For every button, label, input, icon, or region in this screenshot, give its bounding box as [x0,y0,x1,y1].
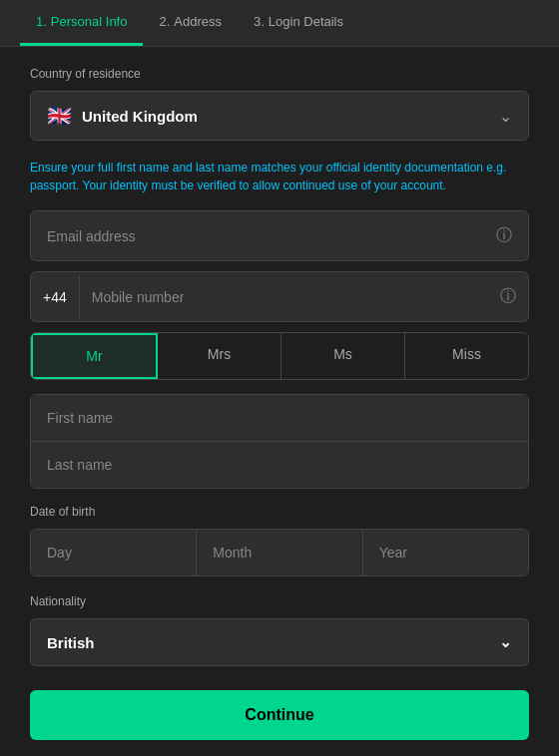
nationality-chevron-icon: ⌄ [499,633,512,651]
nationality-dropdown[interactable]: British ⌄ [30,618,529,666]
dob-year-field [363,530,528,575]
title-miss[interactable]: Miss [405,333,528,379]
dob-label: Date of birth [30,505,529,519]
first-name-input[interactable] [47,410,512,426]
first-name-field [31,395,528,442]
mobile-input[interactable] [80,275,488,319]
dob-day-input[interactable] [47,545,180,561]
country-value: United Kingdom [82,108,198,125]
title-mrs[interactable]: Mrs [158,333,281,379]
country-label: Country of residence [30,67,529,81]
name-group [30,394,529,489]
title-selector: Mr Mrs Ms Miss [30,332,529,380]
nationality-value: British [47,634,95,651]
nationality-label: Nationality [30,594,529,608]
last-name-input[interactable] [47,457,512,473]
tab-address[interactable]: 2.Address [143,0,238,46]
continue-button[interactable]: Continue [30,690,529,740]
dob-day-field [31,530,197,575]
email-info-icon[interactable]: ⓘ [496,225,512,246]
step-tabs: 1.Personal Info 2.Address 3.Login Detail… [0,0,559,47]
phone-field-container: +44 ⓘ [30,271,529,322]
title-ms[interactable]: Ms [281,333,405,379]
dob-month-field [197,530,362,575]
tab-personal-info[interactable]: 1.Personal Info [20,0,143,46]
dob-row [30,529,529,576]
country-dropdown[interactable]: 🇬🇧 United Kingdom ⌄ [30,91,529,141]
uk-flag-icon: 🇬🇧 [47,104,72,128]
main-content: Country of residence 🇬🇧 United Kingdom ⌄… [0,47,559,756]
phone-prefix: +44 [31,275,80,319]
last-name-field [31,442,528,488]
identity-info-text: Ensure your full first name and last nam… [30,159,529,194]
dob-month-input[interactable] [213,545,345,561]
tab-login-details[interactable]: 3.Login Details [238,0,359,46]
email-field-container: ⓘ [30,210,529,261]
email-input[interactable] [47,228,496,244]
title-mr[interactable]: Mr [31,333,158,379]
chevron-down-icon: ⌄ [499,107,512,126]
mobile-info-icon[interactable]: ⓘ [488,272,528,321]
dob-year-input[interactable] [379,545,512,561]
